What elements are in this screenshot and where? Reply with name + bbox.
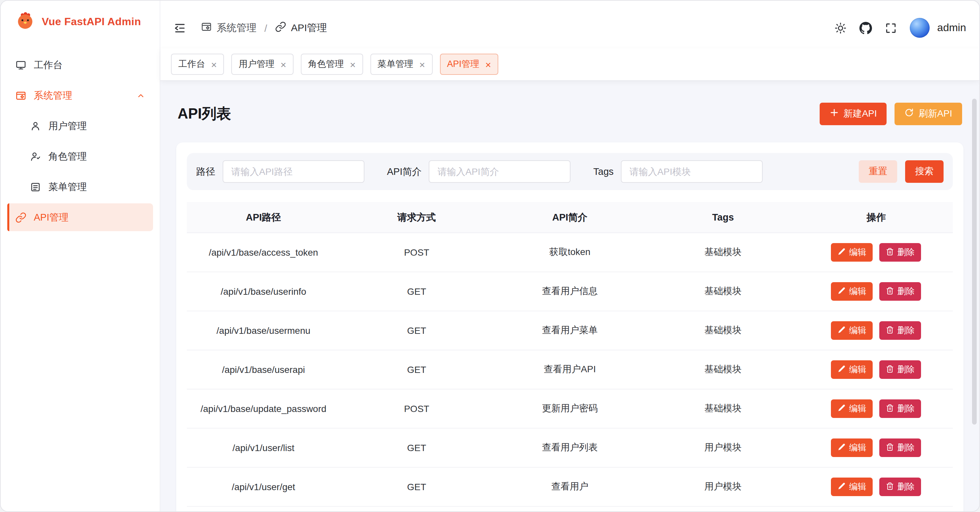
tab-close-icon[interactable]: × <box>211 59 217 69</box>
breadcrumb-item-system[interactable]: 系统管理 <box>201 21 256 35</box>
table-row: /api/v1/base/userinfo GET 查看用户信息 基础模块 编辑… <box>187 272 953 311</box>
reset-button[interactable]: 重置 <box>859 161 897 183</box>
cell-actions: 编辑删除 <box>800 272 953 311</box>
refresh-api-button[interactable]: 刷新API <box>895 102 962 125</box>
tab-workbench[interactable]: 工作台 × <box>171 54 224 75</box>
cell-method: GET <box>340 311 493 350</box>
theme-sun-icon[interactable] <box>835 22 847 34</box>
summary-filter-input[interactable] <box>429 161 571 183</box>
sidebar-item-system-management[interactable]: 系统管理 <box>7 81 153 109</box>
tab-close-icon[interactable]: × <box>281 59 286 69</box>
pencil-icon <box>838 287 846 297</box>
create-api-label: 新建API <box>843 108 877 119</box>
delete-button[interactable]: 删除 <box>880 478 921 496</box>
app-logo[interactable]: Vue FastAPI Admin <box>1 1 160 43</box>
create-api-button[interactable]: 新建API <box>820 102 887 125</box>
system-settings-icon <box>15 90 27 101</box>
pencil-icon <box>838 326 846 336</box>
col-tags: Tags <box>646 202 799 233</box>
monitor-icon <box>15 59 27 70</box>
sidebar-item-menu-management[interactable]: 菜单管理 <box>7 173 153 201</box>
cell-summary: 获取token <box>493 233 646 272</box>
tab-close-icon[interactable]: × <box>420 59 425 69</box>
cell-actions: 编辑删除 <box>800 467 953 507</box>
delete-button[interactable]: 删除 <box>880 321 921 340</box>
fullscreen-icon[interactable] <box>885 22 897 34</box>
filter-bar: 路径 API简介 Tags 重置 搜索 <box>187 153 953 191</box>
col-method: 请求方式 <box>340 202 493 233</box>
sidebar-item-api-management[interactable]: API管理 <box>7 204 153 231</box>
col-actions: 操作 <box>800 202 953 233</box>
edit-button[interactable]: 编辑 <box>831 321 873 340</box>
cell-summary: 查看用户API <box>493 350 646 390</box>
plus-icon <box>830 108 839 119</box>
cell-path: /api/v1/base/usermenu <box>187 311 340 350</box>
cell-summary: 查看用户列表 <box>493 429 646 467</box>
cell-path: /api/v1/base/userapi <box>187 350 340 390</box>
app-title: Vue FastAPI Admin <box>42 16 141 28</box>
topbar: 系统管理 / API管理 <box>160 1 979 48</box>
trash-icon <box>886 443 894 453</box>
tab-close-icon[interactable]: × <box>350 59 356 69</box>
delete-button[interactable]: 删除 <box>880 243 921 262</box>
sidebar-item-role-management[interactable]: 角色管理 <box>7 142 153 170</box>
sidebar-item-user-management[interactable]: 用户管理 <box>7 112 153 140</box>
github-icon[interactable] <box>860 22 872 34</box>
delete-button[interactable]: 删除 <box>880 361 921 379</box>
breadcrumb-item-api[interactable]: API管理 <box>275 21 327 35</box>
cell-summary: 查看用户信息 <box>493 272 646 311</box>
user-avatar[interactable] <box>910 18 930 38</box>
refresh-icon <box>905 108 914 119</box>
system-settings-icon <box>201 21 212 35</box>
edit-label: 编辑 <box>849 403 866 415</box>
edit-button[interactable]: 编辑 <box>831 283 873 301</box>
tab-role-management[interactable]: 角色管理 × <box>301 54 363 75</box>
tab-user-management[interactable]: 用户管理 × <box>232 54 294 75</box>
cell-tags: 用户模块 <box>646 467 799 507</box>
pencil-icon <box>838 443 846 453</box>
sidebar-item-label: API管理 <box>34 211 68 224</box>
tags-filter-input[interactable] <box>621 161 763 183</box>
username[interactable]: admin <box>937 22 966 34</box>
edit-button[interactable]: 编辑 <box>831 400 873 418</box>
pencil-icon <box>838 248 846 258</box>
tab-close-icon[interactable]: × <box>485 59 491 69</box>
page-header: API列表 新建API 刷新API <box>176 91 963 143</box>
edit-button[interactable]: 编辑 <box>831 361 873 379</box>
edit-label: 编辑 <box>849 325 866 337</box>
tab-label: 菜单管理 <box>378 58 414 70</box>
col-summary: API简介 <box>493 202 646 233</box>
sidebar: Vue FastAPI Admin 工作台 系统管理 <box>1 1 160 511</box>
topbar-actions: admin <box>835 18 966 38</box>
path-filter-input[interactable] <box>223 161 364 183</box>
cell-tags: 基础模块 <box>646 311 799 350</box>
vertical-scrollbar[interactable] <box>972 99 977 425</box>
menu-list-icon <box>30 181 41 192</box>
edit-button[interactable]: 编辑 <box>831 243 873 262</box>
filter-tags: Tags <box>593 161 763 183</box>
edit-button[interactable]: 编辑 <box>831 478 873 496</box>
cell-path: /api/v1/user/get <box>187 467 340 507</box>
edit-button[interactable]: 编辑 <box>831 439 873 457</box>
delete-button[interactable]: 删除 <box>880 439 921 457</box>
tab-menu-management[interactable]: 菜单管理 × <box>371 54 433 75</box>
breadcrumb: 系统管理 / API管理 <box>201 21 327 35</box>
table-row: /api/v1/base/access_token POST 获取token 基… <box>187 233 953 272</box>
sidebar-menu: 工作台 系统管理 用户管理 角 <box>1 43 160 234</box>
cell-actions: 编辑删除 <box>800 390 953 429</box>
tab-api-management[interactable]: API管理 × <box>440 54 498 75</box>
api-link-icon <box>275 21 286 35</box>
trash-icon <box>886 482 894 492</box>
delete-button[interactable]: 删除 <box>880 400 921 418</box>
filter-summary: API简介 <box>387 161 571 183</box>
delete-button[interactable]: 删除 <box>880 283 921 301</box>
cell-tags: 用户模块 <box>646 429 799 467</box>
tab-label: 工作台 <box>178 58 205 70</box>
app-window: Vue FastAPI Admin 工作台 系统管理 <box>0 0 980 512</box>
table-row: /api/v1/base/update_password POST 更新用户密码… <box>187 390 953 429</box>
cell-path: /api/v1/base/update_password <box>187 390 340 429</box>
collapse-sidebar-icon[interactable] <box>173 22 186 34</box>
sidebar-item-workbench[interactable]: 工作台 <box>7 51 153 79</box>
cell-method: POST <box>340 233 493 272</box>
search-button[interactable]: 搜索 <box>905 161 943 183</box>
